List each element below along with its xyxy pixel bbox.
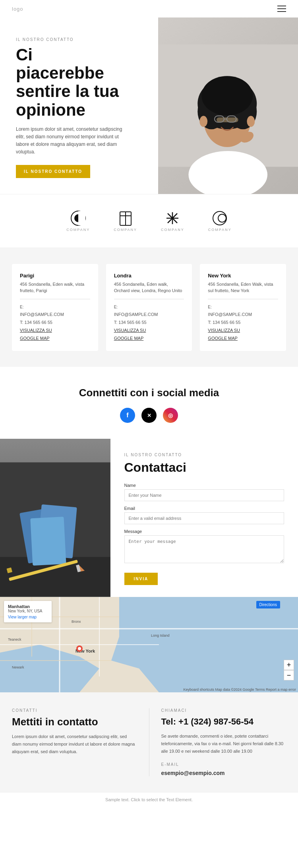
svg-text:Long Island: Long Island <box>151 634 170 637</box>
hero-cta-button[interactable]: IL NOSTRO CONTATTO <box>16 165 90 178</box>
email-field-group: Email <box>124 506 284 524</box>
office-map-link-3[interactable]: VISUALIZZA SU <box>208 328 240 333</box>
company-logo-4 <box>212 210 228 226</box>
bottom-left: CONTATTI Mettiti in contatto Lorem ipsum… <box>12 708 149 776</box>
bottom-left-title: Mettiti in contatto <box>12 716 137 728</box>
hamburger-line <box>277 8 286 9</box>
social-title: Connettiti con i social media <box>12 387 286 399</box>
name-label: Name <box>124 483 284 488</box>
logo-item-1: COMPANY <box>66 210 90 232</box>
map-location-sub: New York, NY, USA <box>8 609 48 613</box>
svg-point-13 <box>247 116 255 127</box>
hero-section: IL NOSTRO CONTATTO Ci piacerebbe sentire… <box>0 17 298 194</box>
hamburger-menu[interactable] <box>277 6 286 12</box>
offices-grid: Parigi 456 Sondanella, Eden walk, vista … <box>12 264 286 351</box>
map-section: Yonkers Bronx New York Long Island Newar… <box>0 597 298 692</box>
svg-point-26 <box>218 214 226 222</box>
footer: Sample text. Click to select the Text El… <box>0 792 298 807</box>
logo-label-3: COMPANY <box>161 228 184 232</box>
contact-form: IL NOSTRO CONTATTO Contattaci Name Email… <box>110 439 298 597</box>
office-contact-1: E: INFO@SAMPLE.COM T: 134 565 66 55 VISU… <box>20 303 90 343</box>
office-contact-2: E: INFO@SAMPLE.COM T: 134 565 66 55 VISU… <box>114 303 184 343</box>
company-logo-2 <box>118 210 134 226</box>
email-input[interactable] <box>124 512 284 524</box>
bottom-left-desc: Lorem ipsum dolor sit amet, consetetur s… <box>12 733 137 755</box>
hamburger-line <box>277 11 286 12</box>
map-overlay: Manhattan New York, NY, USA View larger … <box>4 601 52 622</box>
hamburger-line <box>277 6 286 6</box>
office-contact-3: E: INFO@SAMPLE.COM T: 134 565 66 55 VISU… <box>208 303 278 343</box>
svg-rect-32 <box>30 517 66 566</box>
map-placeholder: Yonkers Bronx New York Long Island Newar… <box>0 597 298 692</box>
company-logo-3 <box>164 210 180 226</box>
office-map-link-2b[interactable]: GOOGLE MAP <box>114 336 144 341</box>
zoom-out-button[interactable]: − <box>284 670 294 680</box>
call-label: CHIAMACI <box>161 708 286 713</box>
name-input[interactable] <box>124 489 284 501</box>
twitter-icon[interactable]: ✕ <box>141 408 157 423</box>
logos-section: COMPANY COMPANY COMPANY COMPANY <box>0 194 298 248</box>
company-logo-1 <box>70 210 86 226</box>
office-map-link-1[interactable]: VISUALIZZA SU <box>20 328 52 333</box>
bottom-right: CHIAMACI Tel: +1 (324) 987-56-54 Se avet… <box>149 708 286 776</box>
office-map-link-3b[interactable]: GOOGLE MAP <box>208 336 238 341</box>
svg-text:Newark: Newark <box>12 665 24 669</box>
office-city-2: Londra <box>114 273 184 279</box>
instagram-icon[interactable]: ◎ <box>163 408 178 423</box>
hero-portrait <box>158 17 298 194</box>
footer-text: Sample text. Click to select the Text El… <box>12 797 286 802</box>
email-label: Email <box>124 506 284 511</box>
office-map-link-2[interactable]: VISUALIZZA SU <box>114 328 146 333</box>
logo: logo <box>12 6 23 12</box>
contact-image <box>0 439 110 597</box>
svg-point-7 <box>201 76 253 115</box>
svg-point-25 <box>213 211 226 225</box>
svg-text:Bronx: Bronx <box>72 620 81 624</box>
svg-point-12 <box>199 116 207 127</box>
message-field-group: Message <box>124 529 284 565</box>
directions-button[interactable]: Directions <box>256 601 280 608</box>
social-section: Connettiti con i social media f ✕ ◎ <box>0 367 298 439</box>
office-city-3: New York <box>208 273 278 279</box>
submit-button[interactable]: INVIA <box>124 573 158 585</box>
call-description: Se avete domande, commenti o idee, potet… <box>161 732 286 755</box>
hero-image <box>158 17 298 194</box>
contact-illustration <box>0 462 110 597</box>
office-map-link-1b[interactable]: GOOGLE MAP <box>20 336 50 341</box>
bottom-left-tag: CONTATTI <box>12 708 137 713</box>
svg-point-52 <box>78 647 81 650</box>
logo-item-2: COMPANY <box>114 210 137 232</box>
office-parigi: Parigi 456 Sondanella, Eden walk, vista … <box>12 264 98 351</box>
logo-item-4: COMPANY <box>208 210 232 232</box>
zoom-in-button[interactable]: + <box>284 660 294 670</box>
logo-label-4: COMPANY <box>208 228 232 232</box>
map-attribution: Keyboard shortcuts Map data ©2024 Google… <box>183 688 296 692</box>
hero-content: IL NOSTRO CONTATTO Ci piacerebbe sentire… <box>0 17 158 194</box>
svg-text:Teaneck: Teaneck <box>8 637 21 641</box>
view-larger-map-link[interactable]: View larger map <box>8 615 37 619</box>
office-address-3: 456 Sondanella, Eden Walk, vista sul fru… <box>208 281 278 294</box>
form-subtitle: IL NOSTRO CONTATTO <box>124 453 284 457</box>
logo-label-1: COMPANY <box>66 228 90 232</box>
facebook-icon[interactable]: f <box>120 408 135 423</box>
bottom-section: CONTATTI Mettiti in contatto Lorem ipsum… <box>0 692 298 792</box>
office-address-2: 456 Sondanella, Eden walk, Orchard view,… <box>114 281 184 294</box>
header: logo <box>0 0 298 17</box>
map-zoom-controls: + − <box>284 660 294 680</box>
email-section-label: E-MAIL <box>161 762 286 767</box>
map-location-name: Manhattan <box>8 604 48 609</box>
office-newyork: New York 456 Sondanella, Eden Walk, vist… <box>200 264 286 351</box>
social-icons: f ✕ ◎ <box>12 408 286 423</box>
logo-item-3: COMPANY <box>161 210 184 232</box>
hero-subtitle: IL NOSTRO CONTATTO <box>16 37 146 42</box>
contact-form-section: IL NOSTRO CONTATTO Contattaci Name Email… <box>0 439 298 597</box>
office-city-1: Parigi <box>20 273 90 279</box>
message-textarea[interactable] <box>124 535 284 563</box>
offices-section: Parigi 456 Sondanella, Eden walk, vista … <box>0 248 298 367</box>
email-address: esempio@esempio.com <box>161 770 286 776</box>
office-londra: Londra 456 Sondanella, Eden walk, Orchar… <box>106 264 192 351</box>
hero-title: Ci piacerebbe sentire la tua opinione <box>16 46 146 119</box>
form-title: Contattaci <box>124 460 284 475</box>
phone-number: Tel: +1 (324) 987-56-54 <box>161 717 286 727</box>
office-address-1: 456 Sondanella, Eden walk, vista fruttet… <box>20 281 90 294</box>
